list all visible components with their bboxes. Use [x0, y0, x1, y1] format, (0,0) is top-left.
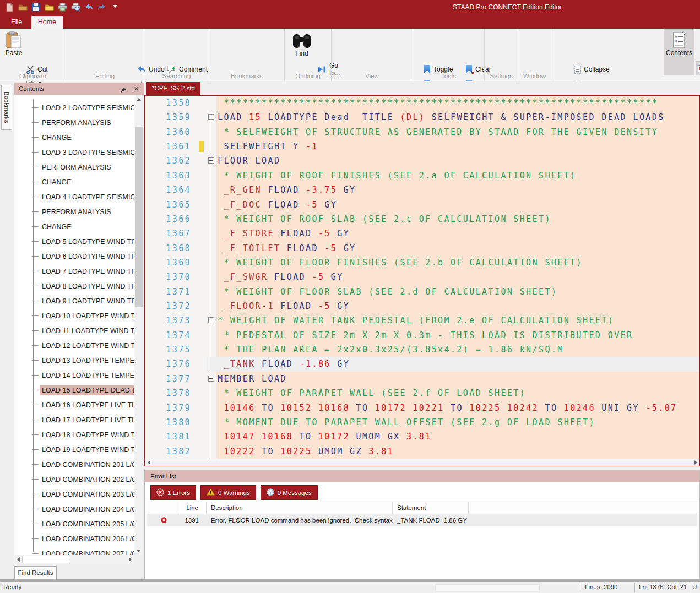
code-line[interactable]: 1371 * WEIGHT OF FLOOR SLAB (SEE 2.d OF … [145, 285, 699, 299]
warnings-filter-button[interactable]: ! 0 Warnings [200, 485, 256, 500]
undo-icon[interactable] [84, 2, 94, 12]
fold-margin[interactable] [207, 299, 216, 313]
code-text[interactable]: SELFWEIGHT Y -1 [216, 139, 699, 154]
fold-margin[interactable] [207, 401, 216, 415]
code-line[interactable]: 1364 _R_GEN FLOAD -3.75 GY [145, 183, 699, 197]
line-number[interactable]: 1360 [145, 125, 198, 139]
line-number[interactable]: 1374 [145, 328, 198, 342]
line-number[interactable]: 1373 [145, 313, 198, 328]
fold-margin[interactable] [207, 255, 216, 270]
code-line[interactable]: 1365 _F_DOC FLOAD -5 GY [145, 198, 699, 212]
bookmark-margin[interactable] [198, 299, 207, 313]
print-icon[interactable] [57, 2, 67, 12]
fold-margin[interactable] [207, 444, 216, 459]
tree-item[interactable]: LOAD 19 LOADTYPE WIND TITLE [32, 442, 134, 457]
fold-toggle-icon[interactable] [208, 376, 214, 382]
code-text[interactable]: ****************************************… [216, 96, 699, 110]
code-line[interactable]: 1362FLOOR LOAD [145, 154, 699, 168]
print-preview-icon[interactable] [70, 2, 80, 12]
error-col-icon[interactable] [147, 502, 180, 514]
code-text[interactable]: _R_GEN FLOAD -3.75 GY [216, 183, 699, 197]
code-text[interactable]: * MOMENT DUE TO PARAPET WALL OFFSET (SEE… [216, 415, 699, 429]
line-number[interactable]: 1379 [145, 401, 198, 415]
tree-item[interactable]: LOAD 16 LOADTYPE LIVE TITLE (L [32, 398, 134, 412]
code-line[interactable]: 1369 * WEIGHT OF FLOOR FINISHES (SEE 2.b… [145, 255, 699, 270]
tree-item[interactable]: LOAD 10 LOADTYPE WIND TITLE [32, 308, 134, 323]
code-text[interactable]: 10147 10168 TO 10172 UMOM GX 3.81 [216, 429, 699, 444]
fold-toggle-icon[interactable] [208, 157, 214, 164]
tree-item[interactable]: LOAD COMBINATION 203 L/C 1.3 [32, 487, 134, 502]
bookmark-margin[interactable] [198, 139, 207, 154]
tree-item[interactable]: LOAD COMBINATION 205 L/C 1.3 [32, 516, 134, 531]
bookmark-margin[interactable] [198, 313, 207, 328]
bookmark-margin[interactable] [198, 285, 207, 299]
code-text[interactable]: 10222 TO 10225 UMOM GZ 3.81 [216, 444, 699, 459]
tree-item[interactable]: LOAD 3 LOADTYPE SEISMIC-H TI [32, 145, 134, 160]
qat-more-dropdown-icon[interactable] [110, 2, 120, 12]
line-number[interactable]: 1363 [145, 168, 198, 183]
redo-icon[interactable] [97, 2, 107, 12]
fold-margin[interactable] [207, 168, 216, 183]
editor-horizontal-scrollbar[interactable] [144, 459, 700, 466]
code-line[interactable]: 1378 * WEIGHT OF PARAPET WALL (SEE 2.f O… [145, 386, 699, 400]
error-col-statement[interactable]: Statement [393, 502, 469, 514]
code-line[interactable]: 1375 * THE PLAN AREA = 2x2x0.3x25/(3.85x… [145, 342, 699, 357]
tree-item[interactable]: LOAD COMBINATION 204 L/C 1.3 [32, 502, 134, 516]
line-number[interactable]: 1364 [145, 183, 198, 197]
tree-item[interactable]: LOAD COMBINATION 206 L/C 1.3 [32, 531, 134, 546]
tree-item[interactable]: LOAD COMBINATION 201 L/C 1.3 [32, 457, 134, 472]
bookmark-marker[interactable] [199, 141, 204, 152]
code-text[interactable]: * WEIGHT OF FLOOR FINISHES (SEE 2.b OF C… [216, 255, 699, 270]
bookmark-margin[interactable] [198, 241, 207, 255]
fold-margin[interactable] [207, 415, 216, 429]
code-line[interactable]: 1361 SELFWEIGHT Y -1 [145, 139, 699, 154]
tree-item[interactable]: LOAD 18 LOADTYPE WIND TITLE [32, 427, 134, 442]
scroll-left-icon[interactable] [14, 555, 22, 564]
bookmark-margin[interactable] [198, 429, 207, 444]
bookmark-margin[interactable] [198, 125, 207, 139]
fold-margin[interactable] [207, 96, 216, 110]
bookmark-margin[interactable] [198, 415, 207, 429]
line-number[interactable]: 1380 [145, 415, 198, 429]
tree-item[interactable]: LOAD 12 LOADTYPE WIND TITLE [32, 338, 134, 353]
line-number[interactable]: 1369 [145, 255, 198, 270]
bookmark-margin[interactable] [198, 372, 207, 386]
bookmark-margin[interactable] [198, 357, 207, 371]
tree-item[interactable]: LOAD 15 LOADTYPE DEAD TITLE [32, 383, 134, 398]
tree-item[interactable]: LOAD 13 LOADTYPE TEMPERATU [32, 353, 134, 368]
messages-filter-button[interactable]: i 0 Messages [261, 485, 318, 500]
code-line[interactable]: 1370 _F_SWGR FLOAD -5 GY [145, 270, 699, 284]
bookmark-margin[interactable] [198, 183, 207, 197]
tree-item[interactable]: LOAD 5 LOADTYPE WIND TITLE (' [32, 234, 134, 249]
fold-margin[interactable] [207, 212, 216, 226]
code-line[interactable]: 1382 10222 TO 10225 UMOM GZ 3.81 [145, 444, 699, 459]
bookmark-margin[interactable] [198, 386, 207, 400]
tree-item[interactable]: LOAD 8 LOADTYPE WIND TITLE (' [32, 279, 134, 293]
fold-margin[interactable] [207, 386, 216, 400]
bookmark-margin[interactable] [198, 96, 207, 110]
tree-hscrollbar-thumb[interactable] [22, 556, 68, 563]
paste-button[interactable]: Paste [3, 30, 24, 73]
code-line[interactable]: 1381 10147 10168 TO 10172 UMOM GX 3.81 [145, 429, 699, 444]
save-icon[interactable] [31, 2, 41, 12]
tree-vertical-scrollbar[interactable] [134, 95, 143, 555]
line-number[interactable]: 1377 [145, 372, 198, 386]
code-line[interactable]: 1367 _F_STORE FLOAD -5 GY [145, 226, 699, 241]
fold-margin[interactable] [207, 110, 216, 124]
tree-item[interactable]: CHANGE [32, 130, 73, 145]
scroll-up-icon[interactable] [134, 95, 143, 104]
code-line[interactable]: 1358 ***********************************… [145, 96, 699, 110]
bookmark-margin[interactable] [198, 110, 207, 124]
code-text[interactable]: _F_STORE FLOAD -5 GY [216, 226, 699, 241]
line-number[interactable]: 1359 [145, 110, 198, 124]
editor-scroll-left-icon[interactable] [145, 459, 153, 466]
fold-margin[interactable] [207, 139, 216, 154]
code-text[interactable]: * PEDESTAL OF SIZE 2m X 2m X 0.3m - THIS… [216, 328, 699, 342]
bookmark-margin[interactable] [198, 444, 207, 459]
tree-item[interactable]: LOAD COMBINATION 207 L/C 1.3 [32, 546, 134, 555]
folder-icon[interactable] [44, 2, 54, 12]
code-text[interactable]: FLOOR LOAD [216, 154, 699, 168]
tree-scrollbar-thumb[interactable] [135, 127, 143, 307]
line-number[interactable]: 1370 [145, 270, 198, 284]
tree-item[interactable]: LOAD 2 LOADTYPE SEISMIC-H TI [32, 100, 134, 115]
